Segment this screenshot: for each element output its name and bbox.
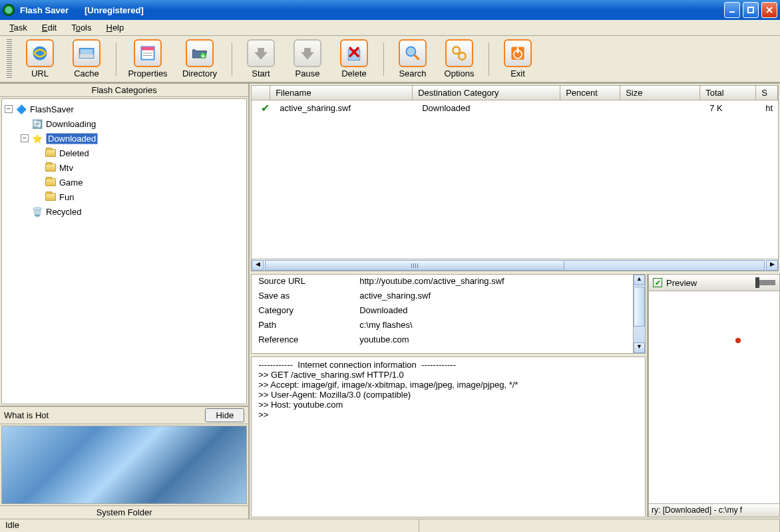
toolbar-grip[interactable]	[7, 39, 12, 79]
category-tree[interactable]: − 🔷 FlashSaver 🔄 Downloading − ⭐ Downloa…	[1, 98, 247, 404]
star-folder-icon: ⭐	[31, 133, 43, 144]
v-scrollbar[interactable]: ▲ ▼	[633, 275, 645, 353]
folder-icon	[45, 177, 57, 188]
minimize-button[interactable]	[724, 2, 740, 18]
tree-fun[interactable]: Fun	[5, 190, 244, 204]
file-list-header: Filename Destination Category Pencent Si…	[252, 86, 778, 100]
check-icon: ✔	[256, 102, 274, 114]
tree-mtv[interactable]: Mtv	[5, 160, 244, 175]
preview-footer: ry: [Downloaded] - c:\my f	[648, 504, 780, 517]
h-scrollbar[interactable]: ◀ |||| ▶	[252, 259, 778, 271]
ie-icon	[26, 39, 54, 67]
col-size[interactable]: Size	[620, 86, 700, 100]
delete-button[interactable]: Delete	[333, 39, 375, 78]
preview-dot	[735, 338, 741, 343]
hot-image[interactable]	[1, 426, 247, 504]
svg-line-12	[415, 55, 419, 60]
svg-point-13	[453, 47, 460, 54]
properties-button[interactable]: Properties	[124, 39, 172, 78]
hide-button[interactable]: Hide	[205, 408, 244, 422]
tree-game[interactable]: Game	[5, 175, 244, 190]
scroll-up-button[interactable]: ▲	[634, 275, 645, 285]
folder-icon	[45, 148, 57, 158]
tree-root[interactable]: − 🔷 FlashSaver	[5, 102, 244, 116]
col-percent[interactable]: Pencent	[560, 86, 620, 100]
maximize-button[interactable]	[743, 2, 759, 18]
collapse-icon[interactable]: −	[21, 134, 29, 142]
file-name-cell: active_sharing.swf	[274, 103, 417, 113]
scroll-down-button[interactable]: ▼	[634, 342, 645, 353]
start-button: Start	[240, 39, 282, 78]
preview-checkbox[interactable]: ✔	[653, 278, 662, 287]
scroll-track[interactable]: ||||	[265, 260, 765, 271]
detail-values: http://youtube.com/active_sharing.swf ac…	[353, 275, 633, 353]
tree-downloaded[interactable]: − ⭐ Downloaded	[5, 131, 244, 146]
tree-recycled[interactable]: 🗑️ Recycled	[5, 204, 244, 219]
collapse-icon[interactable]: −	[5, 105, 13, 113]
toolbar: URL Cache Properties Directory Start Pau…	[0, 36, 780, 82]
categories-header: Flash Categories	[0, 84, 248, 97]
preview-area[interactable]	[648, 291, 780, 504]
value-reference: youtube.com	[353, 333, 633, 348]
hot-title: What is Hot	[4, 410, 49, 420]
menu-tools[interactable]: Tools	[69, 21, 103, 34]
scroll-left-button[interactable]: ◀	[252, 260, 264, 271]
col-filename[interactable]: Filename	[270, 86, 413, 100]
label-reference: Reference	[252, 333, 353, 348]
value-path: c:\my flashes\	[353, 319, 633, 333]
start-icon	[247, 39, 275, 67]
gear-icon	[445, 39, 473, 67]
menu-task[interactable]: Task	[7, 21, 39, 34]
hot-footer: System Folder	[0, 505, 248, 519]
titlebar[interactable]: Flash Saver [Unregistered]	[0, 0, 780, 20]
folder-icon	[45, 162, 57, 173]
menubar: Task Edit Tools Help	[0, 20, 780, 36]
power-icon	[504, 39, 532, 67]
download-icon: 🔄	[31, 118, 43, 129]
scroll-thumb[interactable]: ||||	[266, 261, 564, 270]
url-button[interactable]: URL	[19, 39, 61, 78]
preview-panel: ✔ Preview ry: [Downloaded] - c:\my f	[647, 274, 780, 517]
file-row[interactable]: ✔ active_sharing.swf Downloaded 7 K ht	[252, 100, 778, 115]
col-check[interactable]	[252, 86, 270, 100]
label-path: Path	[252, 319, 353, 333]
col-s[interactable]: S	[756, 86, 778, 100]
menu-edit[interactable]: Edit	[39, 21, 69, 34]
options-button[interactable]: Options	[438, 39, 481, 78]
menu-help[interactable]: Help	[104, 21, 136, 34]
svg-point-11	[406, 47, 415, 56]
value-category: Downloaded	[353, 304, 633, 319]
col-dest[interactable]: Destination Category	[413, 86, 560, 100]
svg-point-14	[459, 53, 466, 60]
label-save: Save as	[252, 289, 353, 304]
tree-downloading[interactable]: 🔄 Downloading	[5, 116, 244, 131]
search-button[interactable]: Search	[391, 39, 434, 78]
label-source: Source URL	[252, 275, 353, 289]
close-button[interactable]	[761, 2, 777, 18]
scroll-thumb[interactable]	[634, 287, 645, 327]
status-right	[419, 519, 780, 532]
exit-button[interactable]: Exit	[496, 39, 539, 78]
folder-open-icon	[186, 39, 214, 67]
tree-deleted[interactable]: Deleted	[5, 146, 244, 160]
file-list[interactable]: ✔ active_sharing.swf Downloaded 7 K ht	[252, 100, 778, 259]
col-total[interactable]: Total	[700, 86, 756, 100]
detail-labels: Source URL Save as Category Path Referen…	[252, 275, 353, 353]
preview-label: Preview	[666, 278, 697, 288]
details-panel: Source URL Save as Category Path Referen…	[251, 274, 646, 354]
preview-slider[interactable]	[755, 280, 775, 285]
svg-rect-4	[80, 55, 94, 58]
status-idle: Idle	[0, 519, 419, 532]
hot-panel: What is Hot Hide System Folder	[0, 406, 248, 519]
cache-button[interactable]: Cache	[65, 39, 108, 78]
drive-icon	[73, 39, 100, 67]
pause-button: Pause	[286, 39, 329, 78]
app-title: Flash Saver	[20, 5, 69, 15]
statusbar: Idle	[0, 519, 780, 532]
scroll-right-button[interactable]: ▶	[766, 260, 778, 271]
folder-icon	[45, 192, 57, 202]
directory-button[interactable]: Directory	[176, 39, 224, 78]
file-list-area: Filename Destination Category Pencent Si…	[251, 85, 779, 271]
value-save: active_sharing.swf	[353, 289, 633, 304]
log-panel[interactable]: ------------ Internet connection informa…	[251, 356, 646, 517]
